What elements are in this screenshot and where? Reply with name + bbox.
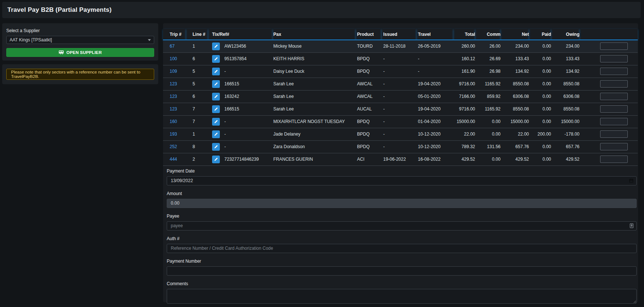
ref-number: AW123456	[224, 44, 246, 49]
ref-number: -	[224, 69, 226, 74]
payment-date-input[interactable]	[167, 176, 637, 185]
pencil-icon	[214, 82, 218, 86]
edit-ref-button[interactable]	[212, 156, 220, 163]
comments-textarea[interactable]	[167, 289, 637, 304]
cell-comm: 1165.92	[475, 103, 501, 115]
warning-text: Please note that only sectors with a ref…	[11, 70, 149, 79]
partial-amount-input[interactable]	[600, 143, 628, 150]
cell-product: BPDQ	[356, 128, 381, 140]
cell-trip: 160	[163, 115, 186, 128]
payment-form: Payment Date Amount Payee	[167, 168, 637, 305]
ref-number: 163242	[224, 94, 239, 99]
cell-line: 7	[186, 103, 208, 115]
partial-amount-input[interactable]	[600, 105, 628, 113]
edit-ref-button[interactable]	[212, 93, 220, 100]
trip-link[interactable]: 109	[170, 69, 177, 74]
cell-owing: -178.00	[551, 128, 579, 140]
cell-trip: 123	[163, 103, 186, 115]
edit-ref-button[interactable]	[212, 55, 220, 63]
table-row: 444 2 72327714846239 FRANCES GUERIN ACI …	[163, 153, 638, 166]
edit-ref-button[interactable]	[212, 80, 220, 88]
cell-product: BPDQ	[356, 140, 381, 153]
cell-issued: -	[381, 90, 416, 103]
amount-input[interactable]	[167, 199, 637, 208]
cell-product: BPDQ	[356, 115, 381, 128]
cell-paid: 0.00	[529, 90, 551, 103]
cell-owing: 8550.08	[551, 103, 579, 115]
bus-icon	[59, 50, 64, 55]
cell-partial-amount	[579, 40, 638, 52]
cell-comm: 859.92	[475, 90, 501, 103]
cell-owing: 133.43	[551, 52, 579, 65]
cell-pax: Sarah Lee	[273, 103, 356, 115]
cell-net: 134.92	[501, 65, 529, 78]
edit-ref-button[interactable]	[212, 105, 220, 113]
edit-ref-button[interactable]	[212, 143, 220, 151]
auth-input[interactable]	[167, 244, 637, 253]
partial-amount-input[interactable]	[600, 130, 628, 138]
cell-total: 7166.00	[453, 90, 475, 103]
edit-ref-button[interactable]	[212, 42, 220, 50]
cell-tix: -	[208, 140, 273, 153]
edit-ref-button[interactable]	[212, 68, 220, 75]
partial-amount-input[interactable]	[600, 156, 628, 163]
trip-link[interactable]: 252	[170, 144, 177, 149]
partial-amount-input[interactable]	[600, 93, 628, 100]
partial-amount-input[interactable]	[600, 68, 628, 75]
trip-link[interactable]: 123	[170, 106, 177, 112]
payee-input[interactable]	[167, 221, 637, 231]
payee-label: Payee	[167, 214, 637, 219]
col-header-net: Net	[501, 29, 529, 40]
partial-amount-input[interactable]	[600, 80, 628, 88]
cell-owing: 15000.00	[551, 115, 579, 128]
cell-line: 7	[186, 115, 208, 128]
cell-line: 2	[186, 153, 208, 166]
trip-link[interactable]: 444	[170, 157, 177, 162]
cell-total: 789.32	[453, 140, 475, 153]
cell-paid: 0.00	[529, 78, 551, 90]
cell-travel: 19-04-2020	[416, 78, 453, 90]
cell-comm: 26.00	[475, 40, 501, 52]
ref-number: -	[224, 119, 226, 124]
trip-link[interactable]: 67	[170, 44, 174, 49]
cell-total: 260.00	[453, 40, 475, 52]
cell-partial-amount	[579, 128, 638, 140]
cell-trip: 123	[163, 90, 186, 103]
partial-amount-input[interactable]	[600, 42, 628, 50]
cell-owing: 234.00	[551, 40, 579, 52]
table-row: 252 8 - Zara Donaldson BPDQ - 10-12-2020…	[163, 140, 638, 153]
trip-link[interactable]: 193	[170, 132, 177, 137]
trip-link[interactable]: 123	[170, 94, 177, 99]
payment-number-input[interactable]	[167, 266, 637, 276]
cell-partial-amount	[579, 103, 638, 115]
col-header-comm: Comm	[475, 29, 501, 40]
cell-tix: 72327714846239	[208, 153, 273, 166]
col-header-line: Line #	[186, 29, 208, 40]
edit-ref-button[interactable]	[212, 118, 220, 126]
cell-net: 15000.00	[501, 115, 529, 128]
table-header-row: Trip # Line # Tix/Ref# Pax Product Issue…	[163, 29, 638, 40]
col-header-tix: Tix/Ref#	[208, 29, 273, 40]
table-row: 123 7 166515 Sarah Lee AUCAL - 19-04-202…	[163, 103, 638, 115]
partial-amount-input[interactable]	[600, 55, 628, 62]
cell-partial-amount	[579, 52, 638, 65]
cell-issued: -	[381, 78, 416, 90]
cell-owing: 429.52	[551, 153, 579, 166]
col-header-paid: Paid	[529, 29, 551, 40]
cell-paid: 0.00	[529, 140, 551, 153]
trip-link[interactable]: 123	[170, 81, 177, 86]
trip-link[interactable]: 160	[170, 119, 177, 124]
open-supplier-button[interactable]: OPEN SUPPLIER	[6, 48, 154, 57]
trip-link[interactable]: 100	[170, 56, 177, 61]
calendar-icon[interactable]	[629, 178, 634, 183]
page-title: Travel Pay B2B (Partial Payments)	[7, 6, 112, 14]
supplier-select[interactable]: AAT Kings [TPSaatkt]	[6, 36, 154, 44]
cell-product: AWCAL	[356, 90, 381, 103]
pencil-icon	[214, 145, 218, 149]
partial-amount-input[interactable]	[600, 118, 628, 125]
table-row: 123 5 166515 Sarah Lee AWCAL - 19-04-202…	[163, 78, 638, 90]
pencil-icon	[214, 157, 218, 161]
edit-ref-button[interactable]	[212, 130, 220, 138]
cell-travel: -	[416, 65, 453, 78]
cell-partial-amount	[579, 65, 638, 78]
